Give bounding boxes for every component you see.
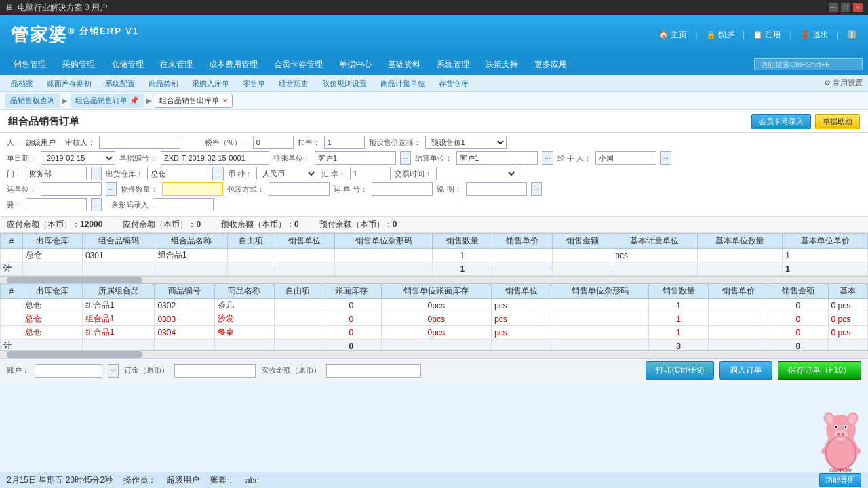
warehouse-input[interactable] (147, 167, 208, 180)
subnav-account[interactable]: 账面库存期初 (41, 75, 97, 92)
subnav-product-file[interactable]: 品档案 (5, 75, 39, 92)
waybill-input[interactable] (372, 182, 433, 196)
received-input[interactable] (326, 364, 421, 378)
register-link[interactable]: 📋 注册 (753, 29, 781, 41)
home-link[interactable]: 🏠 主页 (658, 29, 687, 41)
member-card-btn[interactable]: 会员卡号录入 (751, 114, 811, 129)
nav-purchase[interactable]: 采购管理 (54, 54, 103, 75)
date-select[interactable]: 2019-02-15 (41, 151, 115, 165)
btd-warehouse: 总仓 (22, 299, 82, 312)
package-label: 包装方式： (227, 184, 264, 195)
settlement-input[interactable] (456, 151, 538, 165)
breadcrumb-combo-out[interactable]: 组合品销售出库单 ✕ (155, 94, 233, 108)
print-btn[interactable]: 打印(Ctrl+F9) (646, 361, 715, 380)
handler-select-btn[interactable]: ··· (660, 151, 671, 165)
td-sale-price (492, 249, 552, 262)
logout-link[interactable]: 🚪 退出 (800, 29, 829, 41)
discount-label: 扣率： (298, 138, 320, 148)
warehouse-select-btn[interactable]: ··· (212, 167, 223, 180)
order-no-input[interactable] (161, 151, 269, 165)
top-scroll-thumb[interactable] (7, 277, 142, 283)
nav-decision[interactable]: 决策支持 (477, 54, 526, 75)
package-input[interactable] (269, 182, 330, 196)
close-tab-icon[interactable]: ✕ (222, 97, 228, 104)
help-map-btn[interactable]: 功能导图 (819, 473, 861, 487)
bot-scroll-thumb[interactable] (7, 351, 142, 358)
minimize-btn[interactable]: — (829, 3, 838, 12)
description-input[interactable] (466, 182, 527, 196)
remark-input[interactable] (26, 198, 87, 211)
description-select-btn[interactable]: ··· (531, 182, 542, 196)
partner-select-btn[interactable]: ··· (400, 151, 411, 165)
bot-scrollbar[interactable] (0, 351, 868, 358)
barcode-input[interactable] (153, 198, 214, 211)
currency-select[interactable]: 人民币 (256, 167, 317, 180)
nav-system[interactable]: 系统管理 (429, 54, 477, 75)
account-select-btn[interactable]: ··· (108, 364, 119, 378)
exchange-input[interactable] (350, 167, 391, 180)
nav-member[interactable]: 会员卡券管理 (266, 54, 331, 75)
bth-stock: 账面库存 (321, 284, 381, 299)
lock-link[interactable]: 🔒 锁屏 (706, 29, 734, 41)
nav-search-input[interactable] (754, 58, 863, 70)
subnav-price-rules[interactable]: 取价规则设置 (317, 75, 372, 92)
table-row[interactable]: 总仓 组合品1 0302 茶几 0 0pcs pcs 1 0 0 pcs (1, 299, 868, 312)
nav-more[interactable]: 更多应用 (526, 54, 575, 75)
subnav-purchase-in[interactable]: 采购入库单 (186, 75, 235, 92)
bth-price: 销售单价 (709, 284, 768, 299)
subnav-retail[interactable]: 零售单 (237, 75, 271, 92)
tax-rate-input[interactable] (253, 136, 294, 149)
subnav-config[interactable]: 系统配置 (100, 75, 140, 92)
dept-select-btn[interactable]: ··· (91, 167, 102, 180)
bts4 (214, 340, 274, 352)
subnav-category[interactable]: 商品类别 (143, 75, 184, 92)
person-value: 超级用户 (26, 138, 56, 148)
partner-input[interactable] (315, 151, 396, 165)
subnav-history[interactable]: 经营历史 (273, 75, 314, 92)
nav-transactions[interactable]: 往来管理 (152, 54, 201, 75)
page-title: 组合品销售订单 (8, 115, 79, 128)
btd-free2 (274, 312, 321, 326)
table-row[interactable]: 总仓 组合品1 0304 餐桌 0 0pcs pcs 1 0 0 pcs (1, 326, 868, 340)
form-area: 人： 超级用户 审核人： 税率（%）： 扣率： 预设售价选择： 预设售价1 单日… (0, 133, 868, 217)
breadcrumb-combo-order[interactable]: 组合品销售订单 📌 (71, 94, 144, 108)
trade-time-select[interactable] (436, 167, 517, 180)
btd-sale-unit3: pcs (491, 326, 551, 340)
table-row[interactable]: 总仓 组合品1 0303 沙发 0 0pcs pcs 1 0 0 pcs (1, 312, 868, 326)
nav-sales[interactable]: 销售管理 (5, 54, 54, 75)
svg-point-3 (837, 433, 840, 436)
subnav-unit[interactable]: 商品计量单位 (375, 75, 431, 92)
bill-help-btn[interactable]: 单据助助 (815, 114, 860, 129)
dept-input[interactable] (26, 167, 87, 180)
btd-name2: 沙发 (214, 312, 274, 326)
maximize-btn[interactable]: □ (841, 3, 850, 12)
import-order-btn[interactable]: 调入订单 (719, 361, 772, 380)
nav-cost[interactable]: 成本费用管理 (201, 54, 266, 75)
save-order-btn[interactable]: 保存订单（F10） (778, 361, 861, 380)
btd-combo3: 组合品1 (82, 326, 155, 340)
subnav-warehouse[interactable]: 存货仓库 (433, 75, 474, 92)
remark-select-btn[interactable]: ··· (91, 198, 102, 211)
price-select[interactable]: 预设售价1 (425, 136, 507, 149)
nav-bills[interactable]: 单据中心 (331, 54, 380, 75)
th-free: 自由项 (227, 234, 275, 249)
nav-basic[interactable]: 基础资料 (380, 54, 429, 75)
settings-btn[interactable]: ⚙ 常用设置 (824, 78, 863, 88)
close-btn[interactable]: ✕ (853, 3, 863, 12)
transport-input[interactable] (41, 182, 102, 196)
top-scrollbar[interactable] (0, 277, 868, 283)
info-link[interactable]: ℹ️ (847, 30, 857, 39)
btd-amount: 0 (768, 299, 828, 312)
btd-qty: 1 (649, 299, 709, 312)
handler-input[interactable] (595, 151, 656, 165)
account-input[interactable] (35, 364, 102, 378)
settlement-select-btn[interactable]: ··· (542, 151, 553, 165)
transport-select-btn[interactable]: ··· (106, 182, 117, 196)
reviewer-input[interactable] (99, 136, 180, 149)
breadcrumb-query[interactable]: 品销售板查询 (5, 94, 60, 108)
discount-input[interactable] (324, 136, 365, 149)
deposit-input[interactable] (174, 364, 256, 378)
table-row[interactable]: 总仓 0301 组合品1 1 pcs 1 (1, 249, 868, 262)
parts-count-input[interactable] (162, 182, 223, 196)
nav-warehouse[interactable]: 仓储管理 (103, 54, 152, 75)
